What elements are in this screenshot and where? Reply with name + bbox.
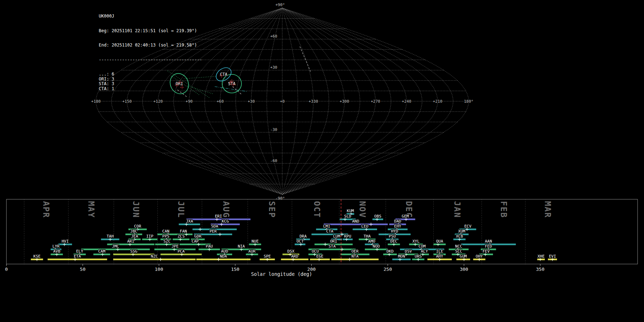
shower-label-KUM: KUM (347, 209, 354, 213)
shower-peak-SDA (199, 228, 202, 231)
shower-label-XUM: XUM (458, 229, 465, 234)
month-label-AUG: AUG (221, 201, 231, 218)
station-id: UK000J (99, 14, 202, 19)
shower-label-LUM: LUM (333, 234, 340, 239)
shower-label-LEO: LEO (361, 224, 369, 229)
shower-label-ERI: ERI (215, 214, 222, 219)
x-tick-label: 0 (5, 267, 8, 272)
shower-label-CTA: CTA (326, 229, 333, 234)
shower-label-GUM: GUM (460, 254, 467, 259)
lon-axis-label: +30 (248, 99, 255, 104)
shower-peak-NTA (348, 258, 351, 261)
month-label-OCT: OCT (312, 201, 322, 218)
shower-label-PSU: PSU (389, 234, 396, 239)
shower-peak-PER (218, 233, 221, 236)
shower-label-SCC: SCC (455, 249, 462, 254)
shower-label-ETA: ETA (74, 254, 81, 259)
shower-label-EHY: EHY (394, 224, 401, 229)
lon-axis-label: 180° (464, 99, 474, 104)
shower-label-OHY: OHY (476, 254, 483, 259)
shower-label-DKD: DKD (386, 249, 394, 254)
shower-label-PER: PER (210, 229, 217, 234)
shower-label-OER: OER (351, 249, 358, 254)
x-tick-label: 350 (536, 267, 544, 272)
month-label-JAN: JAN (453, 201, 462, 218)
shower-label-COM: COM (419, 244, 426, 249)
shower-label-FEV: FEV (483, 249, 490, 254)
shower-label-STA: STA (328, 244, 336, 249)
shower-label-LMI: LMI (323, 224, 330, 229)
shower-label-RPU: RPU (344, 234, 351, 239)
shower-label-JPE: JPE (171, 244, 179, 249)
lon-axis-label: +240 (402, 99, 411, 104)
shower-label-PPS: PPS (162, 234, 170, 239)
shower-label-ECV: ECV (464, 224, 472, 229)
shower-label-DEC: DEC (390, 239, 397, 244)
shower-label-OBS: OBS (374, 214, 381, 219)
shower-label-AND: AND (352, 219, 359, 224)
shower-label-TAH: TAH (107, 234, 114, 239)
shower-label-HVI: HVI (62, 239, 69, 244)
x-tick-label: 150 (231, 267, 239, 272)
shower-label-ILE: ILE (436, 249, 443, 254)
shower-label-ARI: ARI (127, 239, 134, 244)
shower-label-SSG: SSG (130, 249, 137, 254)
shower-label-GEM: GEM (402, 214, 409, 219)
shower-label-KCG: KCG (222, 219, 229, 224)
plot-canvas: +180+150+120+90+60+30+0+330+300+270+240+… (0, 0, 644, 322)
begin-time-line: Beg: 20251101 22:15:51 (sol = 219.39°) (99, 29, 202, 34)
shower-label-ARD: ARD (291, 254, 298, 259)
shower-label-FED: FED (485, 244, 492, 249)
shower-label-DRA: DRA (299, 234, 307, 239)
lat-axis-label: +60 (270, 34, 277, 39)
shower-label-SPE: SPE (264, 254, 271, 259)
shower-label-NIA: NIA (238, 244, 245, 249)
shower-label-PCA: PCA (177, 249, 185, 254)
lat-axis-label: -60 (270, 158, 277, 163)
shower-label-OCT: OCT (297, 239, 304, 244)
meteor-track (300, 47, 311, 72)
shower-peak-AND (369, 223, 372, 226)
shower-label-XYL: XYL (413, 239, 420, 244)
shower-label-DSX: DSX (287, 249, 294, 254)
lat-axis-label: +30 (270, 65, 277, 70)
shower-label-AHY: AHY (436, 254, 443, 259)
radiant-label-CTA: CTA (220, 72, 228, 77)
shower-label-AUR: AUR (248, 249, 255, 254)
shower-label-JXA: JXA (186, 219, 193, 224)
month-label-JUN: JUN (131, 201, 141, 218)
lat-axis-label: -30 (270, 127, 277, 132)
shower-label-NCC: NCC (455, 244, 462, 249)
x-tick-label: 250 (384, 267, 392, 272)
shower-label-ORI: ORI (330, 239, 337, 244)
shower-label-ALY: ALY (421, 249, 428, 254)
month-label-JUL: JUL (176, 201, 186, 218)
shower-label-GDR: GDR (194, 234, 201, 239)
shower-label-JEA: JEA (131, 234, 138, 239)
lat-axis-label: -90° (275, 196, 285, 201)
shower-label-CAM: CAM (98, 249, 105, 254)
shower-label-NDA: NDA (220, 254, 227, 259)
shower-label-SZC: SZC (164, 239, 171, 244)
shower-label-XCB: XCB (456, 234, 463, 239)
shower-label-XHE: XHE (537, 254, 545, 259)
shower-label-NOO: NOO (373, 244, 380, 249)
shower-peak-NZC (159, 258, 162, 261)
shower-label-LYR: LYR (53, 244, 60, 249)
shower-label-IIP: IIP (146, 234, 153, 239)
shower-label-NZC: NZC (151, 254, 158, 259)
shower-label-HYD: HYD (391, 229, 398, 234)
lon-axis-label: +300 (340, 99, 349, 104)
shower-label-DAD: DAD (394, 219, 401, 224)
radiant-label-STA: STA (228, 81, 236, 86)
shower-count-ORI: ORI: 3 (99, 77, 202, 82)
month-label-FEB: FEB (499, 201, 508, 218)
observation-header: UK000J Beg: 20251101 22:15:51 (sol = 219… (99, 4, 202, 101)
shower-label-MON: MON (398, 254, 405, 259)
shower-label-URS: URS (415, 254, 422, 259)
month-label-MAY: MAY (87, 201, 96, 218)
lon-axis-label: +210 (433, 99, 443, 104)
shower-count-STA: STA: 3 (99, 82, 202, 87)
month-label-APR: APR (42, 201, 51, 218)
shower-label-JBC: JBC (130, 229, 137, 234)
